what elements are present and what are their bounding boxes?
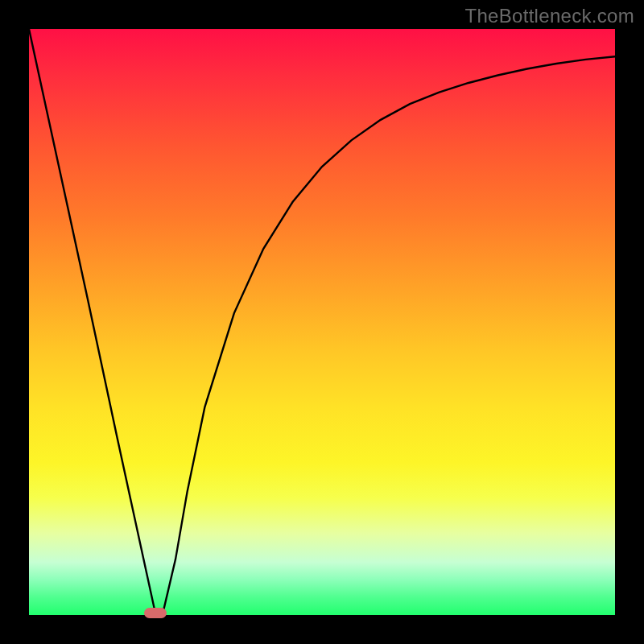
minimum-marker <box>144 608 167 618</box>
curve-svg <box>29 29 615 615</box>
bottleneck-curve-path <box>29 29 615 612</box>
chart-frame: TheBottleneck.com <box>0 0 644 644</box>
attribution-text: TheBottleneck.com <box>464 5 634 27</box>
plot-area <box>29 29 615 615</box>
